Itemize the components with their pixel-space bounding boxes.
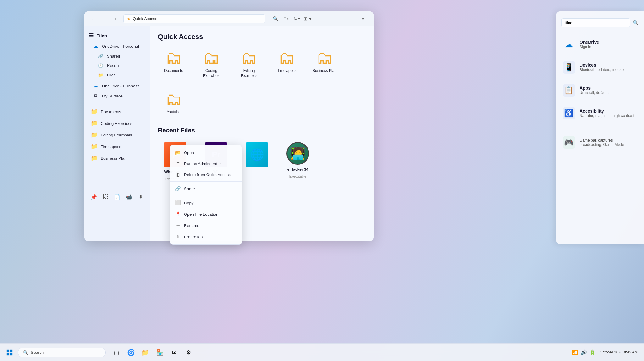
more-options-button[interactable]: … bbox=[313, 14, 323, 24]
sort-icon: ⇅ ▾ bbox=[294, 17, 300, 21]
folder-card-editing[interactable]: 🗂 Editing Examples bbox=[233, 47, 265, 81]
toolbar-image-button[interactable]: 🖼 bbox=[100, 192, 110, 202]
settings-gamebar-icon: 🎮 bbox=[563, 136, 575, 149]
ctx-delete-label: Delete from Quick Access bbox=[184, 172, 231, 177]
settings-item-devices[interactable]: 📱 Devices Bluetooth, printers, mouse bbox=[556, 56, 644, 79]
store-icon: 🏪 bbox=[156, 349, 163, 356]
my-surface-icon: 🖥 bbox=[92, 93, 99, 98]
settings-item-onedrive[interactable]: ☁ OneDrive Sign in bbox=[556, 33, 644, 56]
toolbar-pin-button[interactable]: 📌 bbox=[89, 192, 98, 202]
view-options-button[interactable]: ⊞↕ bbox=[281, 14, 291, 24]
settings-apps-text: Apps Uninstall, defaults bbox=[580, 86, 609, 95]
sidebar-item-my-surface[interactable]: 🖥 My Surface bbox=[86, 91, 148, 101]
taskbar-edge-button[interactable]: 🌀 bbox=[124, 346, 138, 359]
sidebar-documents-label: Documents bbox=[101, 109, 121, 114]
add-tab-button[interactable]: + bbox=[111, 14, 121, 24]
toolbar-file-button[interactable]: 📄 bbox=[112, 192, 122, 202]
coding-folder-icon: 🗂 bbox=[203, 50, 219, 66]
toolbar-actions: 🔍 ⊞↕ ⇅ ▾ ⊞ ▾ … bbox=[270, 14, 323, 24]
recent-file-cyan[interactable]: 🌐 bbox=[240, 139, 274, 184]
ctx-delete-quick-access[interactable]: 🗑 Delete from Quick Access bbox=[170, 169, 242, 180]
quick-access-title: Quick Access bbox=[158, 33, 366, 41]
ctx-divider-1 bbox=[170, 181, 242, 182]
settings-search-input[interactable] bbox=[561, 18, 630, 27]
back-icon: ← bbox=[91, 16, 95, 21]
svg-rect-0 bbox=[7, 349, 9, 352]
settings-item-gamebar[interactable]: 🎮 Game bar, captures, broadcasting, Game… bbox=[556, 131, 644, 154]
sidebar-item-documents[interactable]: 📁 Documents bbox=[86, 106, 148, 117]
ctx-open[interactable]: 📂 Open bbox=[170, 147, 242, 158]
hamburger-icon[interactable]: ☰ bbox=[89, 32, 94, 39]
ctx-properties[interactable]: ℹ Propreties bbox=[170, 231, 242, 242]
folder-card-youtube[interactable]: 🗂 Youtube bbox=[158, 88, 189, 118]
settings-item-accessibility[interactable]: ♿ Accesibility Narrator, magnifier, high… bbox=[556, 102, 644, 125]
forward-button[interactable]: → bbox=[99, 14, 109, 24]
ctx-open-file-location[interactable]: 📍 Open File Location bbox=[170, 208, 242, 220]
taskbar-settings-button[interactable]: ⚙ bbox=[182, 346, 196, 359]
sidebar-item-onedrive-business[interactable]: ☁ OneDrive - Buisness bbox=[86, 81, 148, 91]
sidebar-item-timelapses[interactable]: 📁 Timelapses bbox=[86, 141, 148, 152]
sidebar-item-editing-examples[interactable]: 📁 Editing Examples bbox=[86, 129, 148, 141]
settings-apps-icon: 📋 bbox=[563, 84, 575, 97]
sort-button[interactable]: ⇅ ▾ bbox=[292, 14, 302, 24]
nav-buttons: ← → + bbox=[88, 14, 121, 24]
folder-card-business-plan[interactable]: 🗂 Business Plan bbox=[309, 47, 340, 81]
settings-item-apps[interactable]: 📋 Apps Uninstall, defaults bbox=[556, 79, 644, 102]
taskbar-clock[interactable]: October 26 • 10:45 AM bbox=[600, 350, 638, 355]
folder-card-documents[interactable]: 🗂 Documents bbox=[158, 47, 189, 81]
window-controls: − □ ✕ bbox=[328, 13, 370, 25]
search-button[interactable]: 🔍 bbox=[270, 14, 280, 24]
forward-icon: → bbox=[102, 16, 107, 21]
coding-folder-label: Coding Exercices bbox=[197, 69, 225, 78]
taskbar-store-button[interactable]: 🏪 bbox=[153, 346, 167, 359]
battery-icon[interactable]: 🔋 bbox=[590, 349, 596, 355]
toolbar-download-button[interactable]: ⬇ bbox=[136, 192, 146, 202]
ctx-properties-label: Propreties bbox=[184, 235, 203, 239]
sidebar-item-files[interactable]: 📁 Files bbox=[91, 70, 148, 80]
recent-icon: 🕐 bbox=[97, 63, 104, 68]
sidebar-item-coding-exercices[interactable]: 📁 Coding Exercices bbox=[86, 118, 148, 129]
sidebar-item-shared[interactable]: 🔗 Shared bbox=[91, 52, 148, 61]
ctx-divider-2 bbox=[170, 196, 242, 196]
taskbar-taskview-button[interactable]: ⬚ bbox=[109, 346, 123, 359]
ctx-run-as-admin[interactable]: 🛡 Run as Adminstrator bbox=[170, 158, 242, 169]
taskbar-search[interactable]: 🔍 Search bbox=[18, 348, 106, 357]
edge-icon: 🌀 bbox=[127, 349, 135, 356]
ctx-share-icon: 🔗 bbox=[175, 186, 181, 192]
ctx-location-icon: 📍 bbox=[175, 211, 181, 217]
sidebar-item-onedrive-personal[interactable]: ☁ OneDrive - Personal bbox=[86, 41, 148, 51]
editing-folder-icon: 🗂 bbox=[241, 50, 257, 66]
taskbar-mail-button[interactable]: ✉ bbox=[167, 346, 181, 359]
settings-devices-icon: 📱 bbox=[563, 61, 575, 74]
recent-file-hacker[interactable]: 🧑‍💻 e Hacker 34 Executable bbox=[280, 139, 315, 184]
layout-button[interactable]: ⊞ ▾ bbox=[303, 14, 313, 24]
folder-card-coding[interactable]: 🗂 Coding Exercices bbox=[196, 47, 227, 81]
back-button[interactable]: ← bbox=[88, 14, 98, 24]
maximize-button[interactable]: □ bbox=[342, 13, 356, 25]
timelapses-folder-label: Timelapses bbox=[277, 69, 297, 74]
maximize-icon: □ bbox=[348, 17, 350, 21]
settings-search-area: 🔍 bbox=[556, 16, 644, 29]
search-icon: 🔍 bbox=[273, 16, 279, 22]
ctx-rename[interactable]: ✏ Rename bbox=[170, 220, 242, 231]
hacker-avatar-icon: 🧑‍💻 bbox=[286, 142, 309, 165]
ctx-share[interactable]: 🔗 Share bbox=[170, 183, 242, 194]
sidebar-business-plan-label: Business Plan bbox=[101, 156, 126, 161]
taskbar-explorer-button[interactable]: 📁 bbox=[138, 346, 152, 359]
ctx-location-label: Open File Location bbox=[184, 212, 218, 217]
close-button[interactable]: ✕ bbox=[356, 13, 370, 25]
sidebar-item-business-plan[interactable]: 📁 Business Plan bbox=[86, 153, 148, 164]
minimize-button[interactable]: − bbox=[328, 13, 342, 25]
folder-card-timelapses[interactable]: 🗂 Timelapses bbox=[271, 47, 303, 81]
hacker-file-label: e Hacker 34 bbox=[287, 167, 308, 172]
start-button[interactable] bbox=[3, 346, 16, 359]
ctx-copy[interactable]: ⬜ Copy bbox=[170, 197, 242, 208]
sidebar-item-recent[interactable]: 🕐 Recent bbox=[91, 61, 148, 70]
address-bar[interactable]: ★ Quick Access bbox=[123, 14, 265, 23]
files-icon: 📁 bbox=[97, 73, 104, 77]
editing-folder-label: Editing Examples bbox=[235, 69, 263, 78]
toolbar-video-button[interactable]: 📹 bbox=[124, 192, 134, 202]
volume-icon[interactable]: 🔊 bbox=[581, 349, 587, 355]
ctx-copy-icon: ⬜ bbox=[175, 200, 181, 206]
network-icon[interactable]: 📶 bbox=[572, 349, 578, 355]
